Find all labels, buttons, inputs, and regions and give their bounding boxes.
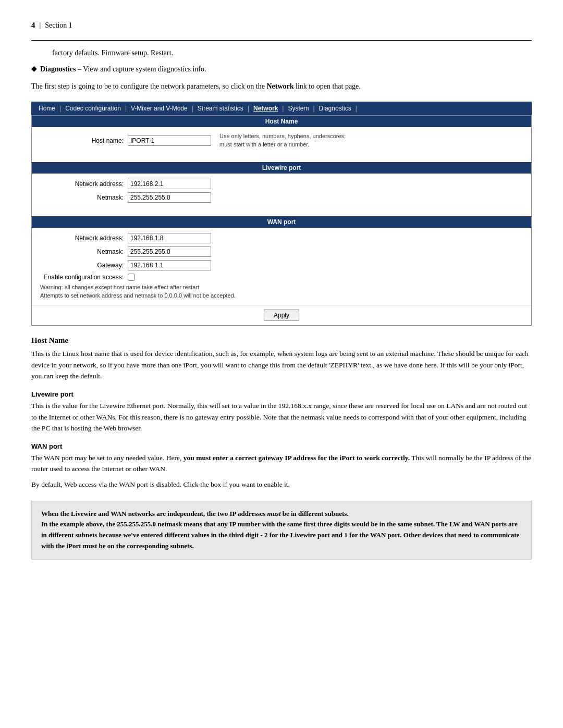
host-name-section-title: Host Name (31, 336, 532, 345)
wan-warning-2: Attempts to set network address and netm… (40, 292, 523, 299)
nav-item-home[interactable]: Home (36, 104, 57, 113)
nav-item-diagnostics[interactable]: Diagnostics (317, 104, 353, 113)
wan-netmask-input[interactable] (128, 246, 211, 257)
nav-item-stream[interactable]: Stream statistics (195, 104, 246, 113)
host-name-input[interactable] (128, 135, 211, 146)
notice-text: When the Livewire and WAN networks are i… (41, 509, 522, 552)
wan-network-label: Network address: (40, 235, 124, 242)
wan-body: Network address: Netmask: Gateway: Enabl… (32, 228, 531, 305)
livewire-netmask-input[interactable] (128, 192, 211, 203)
wan-netmask-row: Netmask: (40, 246, 523, 257)
section-header: 4 | Section 1 (31, 21, 532, 30)
livewire-netmask-label: Netmask: (40, 194, 124, 201)
nav-sep-7: | (353, 104, 359, 113)
wan-header: WAN port (32, 216, 531, 228)
wan-body-3: By default, Web access via the WAN port … (31, 479, 532, 490)
wan-explanation: WAN port The WAN port may be set to any … (31, 442, 532, 490)
apply-button[interactable]: Apply (264, 310, 299, 321)
host-name-section-body: This is the Linux host name that is used… (31, 348, 532, 382)
wan-network-row: Network address: (40, 233, 523, 243)
nav-sep-3: | (190, 104, 195, 113)
intro-network-bold: Network (266, 82, 293, 90)
notice-line1: When the Livewire and WAN networks are i… (41, 510, 349, 517)
section-number: 4 (31, 21, 35, 30)
wan-gateway-label: Gateway: (40, 262, 124, 269)
bullet-diamond-icon: ◆ (31, 64, 37, 73)
network-form: Host Name Host name: Use only letters, n… (31, 115, 532, 326)
livewire-network-input[interactable] (128, 179, 211, 189)
notice-line2: In the example above, the 255.255.255.0 … (41, 520, 519, 550)
wan-section-title: WAN port (31, 442, 532, 450)
nav-sep-6: | (311, 104, 316, 113)
factory-text: factory defaults. Firmware setup. Restar… (52, 49, 532, 57)
bullet-diagnostics-text: Diagnostics – View and capture system di… (40, 64, 206, 75)
section-label: Section 1 (45, 21, 72, 30)
nav-item-system[interactable]: System (286, 104, 311, 113)
nav-item-network[interactable]: Network (251, 104, 280, 113)
livewire-section-title: Livewire port (31, 390, 532, 398)
wan-config-label: Enable configuration access: (40, 274, 124, 281)
intro-paragraph: The first step is going to be to configu… (31, 81, 532, 92)
nav-sep-4: | (246, 104, 251, 113)
livewire-section-body: This is the value for the Livewire Ether… (31, 400, 532, 434)
nav-sep-2: | (123, 104, 129, 113)
wan-netmask-label: Netmask: (40, 248, 124, 255)
intro-text-2: link to open that page. (296, 82, 361, 90)
host-name-hint: Use only letters, numbers, hyphens, unde… (219, 132, 346, 149)
wan-config-access-row: Enable configuration access: (40, 274, 523, 281)
livewire-header: Livewire port (32, 162, 531, 174)
apply-button-row: Apply (32, 305, 531, 325)
host-name-row: Host name: Use only letters, numbers, hy… (40, 132, 523, 149)
wan-warning-1: Warning: all changes except host name ta… (40, 284, 523, 290)
wan-gateway-input[interactable] (128, 260, 211, 270)
livewire-explanation: Livewire port This is the value for the … (31, 390, 532, 434)
intro-text-1: The first step is going to be to configu… (31, 82, 265, 90)
wan-config-checkbox[interactable] (128, 274, 135, 281)
nav-item-vmixer[interactable]: V-Mixer and V-Mode (129, 104, 190, 113)
nav-item-codec[interactable]: Codec configuration (63, 104, 123, 113)
wan-section-body: The WAN port may be set to any needed va… (31, 452, 532, 475)
diagnostics-bold: Diagnostics (40, 65, 76, 73)
notice-box: When the Livewire and WAN networks are i… (31, 501, 532, 560)
nav-sep-5: | (280, 104, 286, 113)
nav-sep-1: | (57, 104, 63, 113)
wan-network-input[interactable] (128, 233, 211, 243)
wan-gateway-row: Gateway: (40, 260, 523, 270)
host-name-label: Host name: (40, 137, 124, 144)
host-name-header: Host Name (32, 116, 531, 127)
bullet-diagnostics: ◆ Diagnostics – View and capture system … (31, 64, 532, 75)
section-divider-line (31, 40, 532, 41)
wan-body-bold: you must enter a correct gateway IP addr… (183, 454, 410, 462)
livewire-netmask-row: Netmask: (40, 192, 523, 203)
section-divider: | (40, 21, 41, 30)
livewire-network-label: Network address: (40, 180, 124, 188)
navigation-bar: Home | Codec configuration | V-Mixer and… (31, 102, 532, 115)
livewire-network-row: Network address: (40, 179, 523, 189)
host-name-body: Host name: Use only letters, numbers, hy… (32, 127, 531, 157)
host-name-explanation: Host Name This is the Linux host name th… (31, 336, 532, 382)
wan-body-1: The WAN port may be set to any needed va… (31, 454, 181, 462)
livewire-body: Network address: Netmask: (32, 174, 531, 211)
